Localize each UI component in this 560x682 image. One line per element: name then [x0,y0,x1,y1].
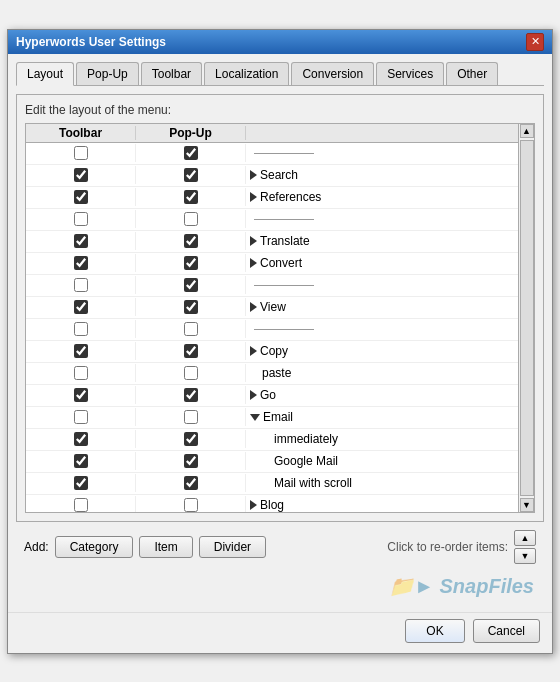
popup-checkbox[interactable] [184,388,198,402]
col-header-popup: Pop-Up [136,126,246,140]
scroll-up-btn[interactable]: ▲ [520,124,534,138]
popup-checkbox[interactable] [184,476,198,490]
toolbar-checkbox[interactable] [74,146,88,160]
table-row: paste [26,363,518,385]
popup-checkbox[interactable] [184,234,198,248]
cell-item: View [246,300,518,314]
toolbar-checkbox[interactable] [74,366,88,380]
expand-icon [250,346,257,356]
cell-popup [136,386,246,404]
toolbar-checkbox[interactable] [74,190,88,204]
popup-checkbox[interactable] [184,498,198,512]
toolbar-checkbox[interactable] [74,234,88,248]
expand-icon [250,170,257,180]
table-row: Email [26,407,518,429]
popup-checkbox[interactable] [184,256,198,270]
toolbar-checkbox[interactable] [74,454,88,468]
popup-checkbox[interactable] [184,190,198,204]
cell-toolbar [26,144,136,162]
popup-checkbox[interactable] [184,410,198,424]
toolbar-checkbox[interactable] [74,388,88,402]
move-up-button[interactable]: ▲ [514,530,536,546]
expand-icon [250,192,257,202]
ok-button[interactable]: OK [405,619,464,643]
toolbar-checkbox[interactable] [74,256,88,270]
tab-conversion[interactable]: Conversion [291,62,374,85]
popup-checkbox[interactable] [184,322,198,336]
expand-icon [250,258,257,268]
cell-toolbar [26,364,136,382]
cell-item: Go [246,388,518,402]
toolbar-checkbox[interactable] [74,278,88,292]
tab-services[interactable]: Services [376,62,444,85]
scrollbar[interactable]: ▲ ▼ [519,123,535,513]
separator-line [254,329,314,330]
table-row: Google Mail [26,451,518,473]
cell-item: Translate [246,234,518,248]
cell-popup [136,254,246,272]
cell-item: paste [246,366,518,380]
cell-item [246,219,518,220]
move-down-button[interactable]: ▼ [514,548,536,564]
item-label: Blog [260,498,284,512]
tab-localization[interactable]: Localization [204,62,289,85]
popup-checkbox[interactable] [184,432,198,446]
toolbar-checkbox[interactable] [74,322,88,336]
cell-toolbar [26,474,136,492]
scroll-down-btn[interactable]: ▼ [520,498,534,512]
toolbar-checkbox[interactable] [74,410,88,424]
toolbar-checkbox[interactable] [74,432,88,446]
close-button[interactable]: ✕ [526,33,544,51]
cell-popup [136,188,246,206]
expand-icon [250,236,257,246]
popup-checkbox[interactable] [184,300,198,314]
table-row: References [26,187,518,209]
item-label: paste [262,366,291,380]
cell-toolbar [26,210,136,228]
popup-checkbox[interactable] [184,454,198,468]
cancel-button[interactable]: Cancel [473,619,540,643]
window: Hyperwords User Settings ✕ Layout Pop-Up… [7,29,553,654]
cell-popup [136,166,246,184]
category-button[interactable]: Category [55,536,134,558]
cell-popup [136,276,246,294]
toolbar-checkbox[interactable] [74,498,88,512]
tab-layout[interactable]: Layout [16,62,74,86]
tab-other[interactable]: Other [446,62,498,85]
cell-popup [136,210,246,228]
popup-checkbox[interactable] [184,366,198,380]
expand-icon [250,500,257,510]
tab-toolbar[interactable]: Toolbar [141,62,202,85]
table-row: Mail with scroll [26,473,518,495]
item-label: Convert [260,256,302,270]
popup-checkbox[interactable] [184,146,198,160]
popup-checkbox[interactable] [184,212,198,226]
popup-checkbox[interactable] [184,168,198,182]
divider-button[interactable]: Divider [199,536,266,558]
expand-icon [250,302,257,312]
cell-popup [136,342,246,360]
cell-toolbar [26,342,136,360]
toolbar-checkbox[interactable] [74,212,88,226]
table-row: Go [26,385,518,407]
cell-toolbar [26,188,136,206]
item-button[interactable]: Item [139,536,192,558]
cell-toolbar [26,430,136,448]
scroll-thumb[interactable] [520,140,534,496]
add-section: Add: Category Item Divider [24,536,266,558]
table-row [26,209,518,231]
popup-checkbox[interactable] [184,278,198,292]
toolbar-checkbox[interactable] [74,344,88,358]
popup-checkbox[interactable] [184,344,198,358]
cell-toolbar [26,298,136,316]
toolbar-checkbox[interactable] [74,300,88,314]
tab-bar: Layout Pop-Up Toolbar Localization Conve… [16,62,544,86]
table-row: View [26,297,518,319]
toolbar-checkbox[interactable] [74,476,88,490]
tab-popup[interactable]: Pop-Up [76,62,139,85]
cell-popup [136,364,246,382]
cell-popup [136,452,246,470]
table-row: immediately [26,429,518,451]
cell-toolbar [26,496,136,513]
toolbar-checkbox[interactable] [74,168,88,182]
